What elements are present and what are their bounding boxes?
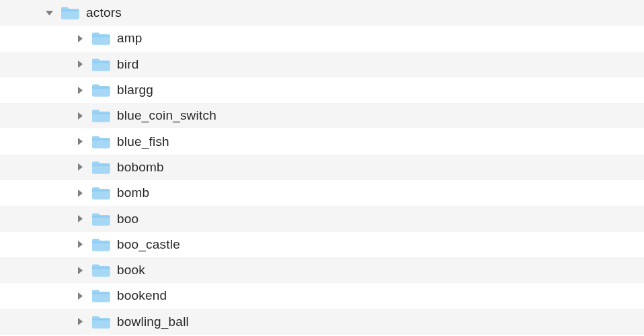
chevron-right-icon[interactable] <box>75 137 85 146</box>
tree-row-blue-coin-switch[interactable]: blue_coin_switch <box>0 103 644 128</box>
folder-icon <box>91 185 110 200</box>
tree-row-boo[interactable]: boo <box>0 206 644 231</box>
folder-label: bomb <box>117 185 149 200</box>
folder-icon <box>91 212 110 226</box>
folder-icon <box>91 108 110 123</box>
tree-row-boo-castle[interactable]: boo_castle <box>0 232 644 257</box>
chevron-down-icon[interactable] <box>44 8 54 17</box>
tree-row-blargg[interactable]: blargg <box>0 77 644 103</box>
chevron-right-icon[interactable] <box>75 265 85 275</box>
chevron-right-icon[interactable] <box>75 34 85 43</box>
folder-label: bookend <box>117 288 167 303</box>
chevron-right-icon[interactable] <box>75 240 85 249</box>
folder-label: blargg <box>117 83 153 97</box>
tree-row-amp[interactable]: amp <box>0 26 644 51</box>
folder-label: boo <box>117 212 138 226</box>
chevron-right-icon[interactable] <box>75 214 85 224</box>
folder-icon <box>61 5 79 20</box>
tree-row-blue-fish[interactable]: blue_fish <box>0 128 644 154</box>
chevron-right-icon[interactable] <box>75 163 85 172</box>
tree-row-book[interactable]: book <box>0 257 644 283</box>
folder-label: bowling_ball <box>117 314 189 329</box>
chevron-right-icon[interactable] <box>75 291 85 300</box>
folder-icon <box>91 263 110 278</box>
folder-label: book <box>117 263 145 278</box>
chevron-right-icon[interactable] <box>75 85 85 95</box>
chevron-right-icon[interactable] <box>75 111 85 120</box>
folder-label: bird <box>117 57 138 72</box>
tree-row-bookend[interactable]: bookend <box>0 283 644 308</box>
folder-label: actors <box>86 5 122 20</box>
tree-row-bomb[interactable]: bomb <box>0 180 644 206</box>
tree-row-bowling-ball[interactable]: bowling_ball <box>0 309 644 335</box>
folder-label: bobomb <box>117 160 164 175</box>
folder-icon <box>91 83 110 97</box>
folder-label: boo_castle <box>117 237 180 252</box>
folder-icon <box>91 288 110 303</box>
folder-icon <box>91 314 110 329</box>
tree-row-bobomb[interactable]: bobomb <box>0 155 644 180</box>
file-tree: actors amp bird blargg <box>0 0 644 335</box>
folder-icon <box>91 57 110 72</box>
tree-row-actors[interactable]: actors <box>0 0 644 26</box>
folder-icon <box>91 160 110 175</box>
folder-icon <box>91 134 110 149</box>
folder-icon <box>91 31 110 46</box>
folder-label: blue_coin_switch <box>117 108 216 123</box>
folder-label: blue_fish <box>117 134 169 149</box>
tree-row-bird[interactable]: bird <box>0 52 644 77</box>
folder-icon <box>91 237 110 252</box>
chevron-right-icon[interactable] <box>75 60 85 69</box>
chevron-right-icon[interactable] <box>75 188 85 198</box>
folder-label: amp <box>117 31 143 46</box>
chevron-right-icon[interactable] <box>75 317 85 327</box>
